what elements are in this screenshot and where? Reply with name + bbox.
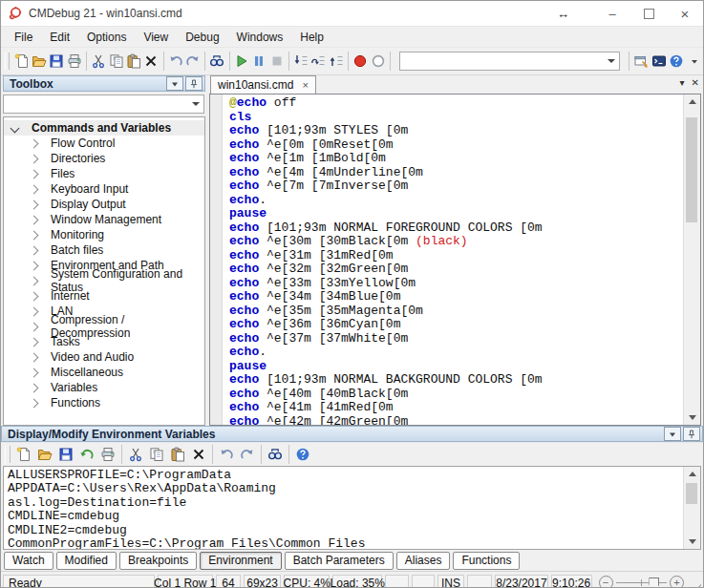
cut-button[interactable] [125,444,146,465]
menu-view[interactable]: View [135,29,177,46]
help-button[interactable] [668,51,685,72]
maximize-button[interactable] [630,1,667,26]
new-button[interactable] [12,51,30,72]
scroll-up-icon[interactable] [684,94,700,109]
scroll-down-icon[interactable] [684,535,700,549]
menu-windows[interactable]: Windows [228,29,292,46]
redo-button[interactable] [184,51,202,72]
step-over-button[interactable] [309,51,327,72]
copy-button[interactable] [107,51,124,72]
tab-win10ansi[interactable]: win10ansi.cmd × [210,75,316,94]
minimize-button[interactable]: – [594,1,630,26]
menu-file[interactable]: File [6,29,41,46]
new-button[interactable] [13,444,34,465]
paste-button[interactable] [167,444,188,465]
close-button[interactable]: × [667,1,703,26]
tab-batch-parameters[interactable]: Batch Parameters [285,552,394,570]
find-button[interactable] [208,51,225,72]
console-button[interactable] [651,51,668,72]
toolbox-item-keyboard-input[interactable]: Keyboard Input [4,181,204,197]
tab-functions[interactable]: Functions [453,552,520,570]
tab-aliases[interactable]: Aliases [396,552,451,570]
save-button[interactable] [55,444,76,465]
stop-button[interactable] [267,51,285,72]
save-button[interactable] [48,51,65,72]
open-button[interactable] [31,51,48,72]
toolbox-item-monitoring[interactable]: Monitoring [4,227,204,242]
breakpoint-gutter[interactable] [210,94,223,425]
tab-breakpoints[interactable]: Breakpoints [119,552,197,570]
code-area[interactable]: @echo offclsecho [101;93m STYLES [0mecho… [223,94,683,425]
toolbox-item-functions[interactable]: Functions [4,395,204,410]
attach-button[interactable] [632,51,650,72]
scroll-up-icon[interactable] [684,467,700,481]
env-vertical-scrollbar[interactable] [683,467,700,549]
copy-button[interactable] [146,444,167,465]
zoom-slider[interactable]: −+ [599,576,684,588]
toolbar-grip[interactable] [5,52,10,70]
toolbar-grip[interactable] [5,446,11,463]
tab-list-dropdown-icon[interactable]: ▾ [680,77,685,88]
step-into-button[interactable] [292,51,309,72]
redo-button[interactable] [237,444,258,465]
env-dropdown-button[interactable] [664,427,681,441]
revert-button[interactable] [76,444,97,465]
find-button[interactable] [265,444,286,465]
toolbox-item-variables[interactable]: Variables [4,380,204,395]
env-scroll-thumb[interactable] [686,483,697,504]
zoom-slider-track[interactable] [616,582,667,583]
editor-vertical-scrollbar[interactable] [683,94,700,425]
toolbox-item-miscellaneous[interactable]: Miscellaneous [4,365,204,380]
scroll-down-icon[interactable] [684,410,700,425]
delete-button[interactable] [142,51,160,72]
toolbox-combo-arrow[interactable] [188,96,203,112]
toolbox-item-video-and-audio[interactable]: Video and Audio [4,349,204,365]
print-button[interactable] [66,51,83,72]
command-combo-arrow[interactable] [604,53,618,69]
toolbox-item-compression-decompression[interactable]: Compression / Decompression [4,319,204,334]
zoom-out-icon[interactable]: − [599,576,613,588]
tab-environment[interactable]: Environment [200,552,281,570]
resize-grip[interactable] [689,580,701,588]
tab-modified[interactable]: Modified [56,552,117,570]
toolbox-item-flow-control[interactable]: Flow Control [4,136,204,151]
tabbar-close-icon[interactable]: ✕ [692,77,699,88]
toolbox-tree[interactable]: Commands and VariablesFlow ControlDirect… [3,116,205,426]
paste-button[interactable] [125,51,142,72]
cut-button[interactable] [90,51,107,72]
tab-watch[interactable]: Watch [4,552,53,570]
toolbox-item-display-output[interactable]: Display Output [4,197,204,212]
code-editor[interactable]: @echo offclsecho [101;93m STYLES [0mecho… [209,94,701,426]
bp-set-button[interactable] [352,51,369,72]
zoom-in-icon[interactable]: + [670,576,684,588]
open-button[interactable] [34,444,55,465]
command-combobox[interactable] [399,52,621,71]
menu-debug[interactable]: Debug [177,29,227,46]
undo-button[interactable] [216,444,237,465]
env-variable-list[interactable]: ALLUSERSPROFILE=C:\ProgramDataAPPDATA=C:… [4,467,683,549]
menu-options[interactable]: Options [78,29,135,46]
bp-clear-button[interactable] [369,51,386,72]
env-pin-button[interactable] [683,427,700,441]
overflow-button[interactable] [685,51,702,72]
delete-button[interactable] [188,444,209,465]
menu-edit[interactable]: Edit [41,29,78,46]
pause-button[interactable] [250,51,267,72]
toolbox-item-directories[interactable]: Directories [4,151,204,166]
run-button[interactable] [233,51,250,72]
toolbox-item-files[interactable]: Files [4,166,204,181]
zoom-slider-thumb[interactable] [649,578,659,588]
menu-help[interactable]: Help [291,29,332,46]
editor-scroll-thumb[interactable] [686,117,697,222]
toolbox-dropdown-button[interactable] [166,76,183,91]
toolbox-item-batch-files[interactable]: Batch files [4,242,204,258]
step-out-button[interactable] [328,51,345,72]
toolbox-item-window-management[interactable]: Window Management [4,212,204,227]
toolbox-root-commands-and-variables[interactable]: Commands and Variables [4,120,204,136]
undo-button[interactable] [167,51,184,72]
help-button[interactable] [292,444,313,465]
toolbox-filter-combobox[interactable] [3,94,204,114]
print-button[interactable] [97,444,118,465]
toolbox-pin-button[interactable] [185,76,203,91]
tab-close-icon[interactable]: × [302,79,308,91]
